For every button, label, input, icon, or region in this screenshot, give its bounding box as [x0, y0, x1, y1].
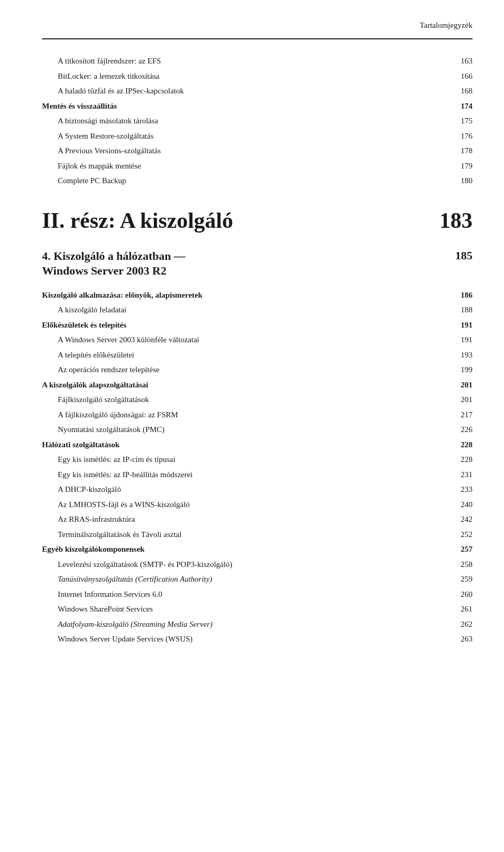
toc-entry: A System Restore-szolgáltatás176 — [42, 130, 472, 142]
toc-entry: Egyéb kiszolgálókomponensek257 — [42, 543, 472, 555]
entry-page: 217 — [446, 409, 472, 421]
entry-page: 201 — [446, 379, 472, 391]
entry-text: Hálózati szolgáltatások — [42, 439, 446, 451]
entry-text: Kiszolgáló alkalmazása: előnyök, alapism… — [42, 289, 446, 301]
entry-page: 178 — [446, 145, 472, 157]
entry-page: 191 — [446, 334, 472, 346]
entry-text: Terminálszolgáltatások és Távoli asztal — [42, 529, 446, 541]
entry-text: Adatfolyam-kiszolgáló (Streaming Media S… — [42, 618, 446, 630]
header-title: Tartalomjegyzék — [419, 21, 472, 29]
toc-entry: Egy kis ismétlés: az IP-cím és típusai22… — [42, 454, 472, 466]
toc-entry: Nyomtatási szolgáltatások (PMC)226 — [42, 424, 472, 436]
entry-text: A telepítés előkészületei — [42, 349, 446, 361]
entry-page: 180 — [446, 175, 472, 187]
entry-text: A titkosított fájlrendszer: az EFS — [42, 55, 446, 67]
entry-page: 174 — [446, 100, 472, 112]
toc-entry: Adatfolyam-kiszolgáló (Streaming Media S… — [42, 618, 472, 630]
entry-text: A Windows Server 2003 különféle változat… — [42, 334, 446, 346]
entry-text: Egy kis ismétlés: az IP-cím és típusai — [42, 454, 446, 466]
toc-entry: Mentés és visszaállítás174 — [42, 100, 472, 112]
entry-page: 242 — [446, 513, 472, 525]
chapter4-page: 185 — [446, 249, 472, 262]
entry-page: 262 — [446, 618, 472, 630]
entry-text: A kiszolgálók alapszolgáltatásai — [42, 379, 446, 391]
entry-page: 166 — [446, 70, 472, 82]
entry-text: Egy kis ismétlés: az IP-beállítás módsze… — [42, 469, 446, 481]
entry-page: 257 — [446, 543, 472, 555]
toc-entry: Windows SharePoint Services261 — [42, 603, 472, 615]
entry-page: 176 — [446, 130, 472, 142]
entry-text: A System Restore-szolgáltatás — [42, 130, 446, 142]
entry-page: 261 — [446, 603, 472, 615]
entry-page: 199 — [446, 364, 472, 376]
entry-text: A Previous Versions-szolgáltatás — [42, 145, 446, 157]
initial-toc-section: A titkosított fájlrendszer: az EFS163Bit… — [42, 55, 472, 187]
entry-page: 260 — [446, 588, 472, 601]
entry-page: 233 — [446, 483, 472, 496]
toc-entry: Kiszolgáló alkalmazása: előnyök, alapism… — [42, 289, 472, 301]
entry-text: Az LMHOSTS-fájl és a WINS-kiszolgáló — [42, 499, 446, 511]
entry-text: BitLocker: a lemezek titkosítása — [42, 70, 446, 82]
toc-entry: Terminálszolgáltatások és Távoli asztal2… — [42, 529, 472, 541]
toc-entry: Fájlkiszolgáló szolgáltatások201 — [42, 394, 472, 406]
toc-entry: Előkészületek és telepítés191 — [42, 319, 472, 331]
toc-entry: Levelezési szolgáltatások (SMTP- és POP3… — [42, 559, 472, 571]
entry-text: Előkészületek és telepítés — [42, 319, 446, 331]
toc-entry: Complete PC Backup180 — [42, 175, 472, 187]
entry-text: A fájlkiszolgáló újdonságai: az FSRM — [42, 409, 446, 421]
entry-page: 231 — [446, 469, 472, 481]
entry-text: Complete PC Backup — [42, 175, 446, 187]
entry-text: Internet Information Services 6.0 — [42, 588, 446, 601]
entry-page: 240 — [446, 499, 472, 511]
entry-text: Windows SharePoint Services — [42, 603, 446, 615]
entry-page: 263 — [446, 633, 472, 645]
toc-entry: A fájlkiszolgáló újdonságai: az FSRM217 — [42, 409, 472, 421]
entry-text: A DHCP-kiszolgáló — [42, 483, 446, 496]
toc-entry: A Previous Versions-szolgáltatás178 — [42, 145, 472, 157]
chapter4-block: 4. Kiszolgáló a hálózatban —Windows Serv… — [42, 249, 472, 279]
toc-entry: BitLocker: a lemezek titkosítása166 — [42, 70, 472, 82]
toc-entry: A haladó tűzfal és az IPSec-kapcsolatok1… — [42, 85, 472, 97]
toc-entry: Az RRAS-infrastruktúra242 — [42, 513, 472, 525]
page: Tartalomjegyzék A titkosított fájlrendsz… — [0, 0, 504, 852]
entry-text: Windows Server Update Services (WSUS) — [42, 633, 446, 645]
chapter4-title: 4. Kiszolgáló a hálózatban —Windows Serv… — [42, 249, 446, 279]
entry-text: Levelezési szolgáltatások (SMTP- és POP3… — [42, 559, 446, 571]
entry-text: A kiszolgáló feladatai — [42, 304, 446, 316]
entry-page: 193 — [446, 349, 472, 361]
toc-entry: Internet Information Services 6.0260 — [42, 588, 472, 601]
entry-page: 168 — [446, 85, 472, 97]
entry-page: 228 — [446, 454, 472, 466]
section2-label: II. rész: A kiszolgáló — [42, 208, 233, 233]
entry-text: A biztonsági másolatok tárolása — [42, 115, 446, 127]
entry-page: 226 — [446, 424, 472, 436]
entry-page: 188 — [446, 304, 472, 316]
toc-entry: A kiszolgáló feladatai188 — [42, 304, 472, 316]
page-header: Tartalomjegyzék — [42, 21, 472, 39]
section2-page: 183 — [439, 208, 472, 233]
entry-page: 191 — [446, 319, 472, 331]
entry-text: Egyéb kiszolgálókomponensek — [42, 543, 446, 555]
chapter4-toc-section: Kiszolgáló alkalmazása: előnyök, alapism… — [42, 289, 472, 645]
entry-text: Nyomtatási szolgáltatások (PMC) — [42, 424, 446, 436]
entry-page: 163 — [446, 55, 472, 67]
toc-entry: A Windows Server 2003 különféle változat… — [42, 334, 472, 346]
entry-page: 228 — [446, 439, 472, 451]
toc-entry: A biztonsági másolatok tárolása175 — [42, 115, 472, 127]
toc-entry: Windows Server Update Services (WSUS)263 — [42, 633, 472, 645]
entry-text: Fájlkiszolgáló szolgáltatások — [42, 394, 446, 406]
entry-text: Tanúsítványszolgáltatás (Certification A… — [42, 573, 446, 585]
toc-entry: Egy kis ismétlés: az IP-beállítás módsze… — [42, 469, 472, 481]
entry-text: Mentés és visszaállítás — [42, 100, 446, 112]
entry-text: A haladó tűzfal és az IPSec-kapcsolatok — [42, 85, 446, 97]
toc-entry: A kiszolgálók alapszolgáltatásai201 — [42, 379, 472, 391]
toc-entry: Az LMHOSTS-fájl és a WINS-kiszolgáló240 — [42, 499, 472, 511]
toc-entry: A DHCP-kiszolgáló233 — [42, 483, 472, 496]
toc-entry: Fájlok és mappák mentése179 — [42, 160, 472, 172]
entry-text: Az operációs rendszer telepítése — [42, 364, 446, 376]
entry-page: 175 — [446, 115, 472, 127]
toc-entry: Az operációs rendszer telepítése199 — [42, 364, 472, 376]
toc-entry: A telepítés előkészületei193 — [42, 349, 472, 361]
toc-entry: Tanúsítványszolgáltatás (Certification A… — [42, 573, 472, 585]
entry-text: Az RRAS-infrastruktúra — [42, 513, 446, 525]
